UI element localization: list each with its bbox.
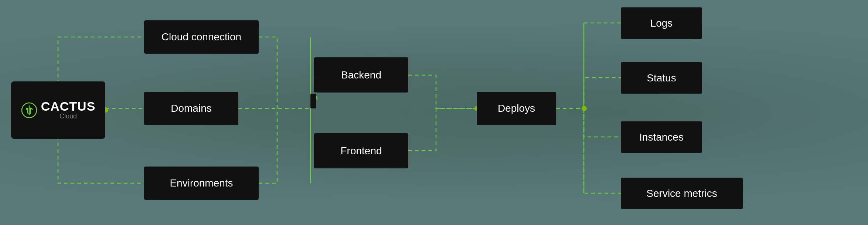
cactus-subtitle: Cloud [41, 113, 96, 121]
backend-label: Backend [341, 69, 381, 81]
node-cloud-connection[interactable]: Cloud connection [144, 20, 259, 54]
node-deploys[interactable]: Deploys [477, 92, 556, 125]
frontend-label: Frontend [340, 145, 382, 157]
cactus-title: CACTUS [41, 100, 96, 113]
instances-label: Instances [639, 131, 684, 143]
node-environments[interactable]: Environments [144, 167, 259, 200]
node-instances[interactable]: Instances [621, 121, 702, 153]
deploys-label: Deploys [498, 103, 535, 114]
diagram-container: .dashed-line { stroke: #6dcc44; stroke-w… [0, 0, 868, 225]
node-frontend[interactable]: Frontend [314, 133, 408, 168]
cloud-connection-label: Cloud connection [161, 31, 241, 43]
node-cactus[interactable]: CACTUS Cloud [11, 81, 105, 139]
service-metrics-label: Service metrics [646, 188, 717, 199]
node-logs[interactable]: Logs [621, 7, 702, 39]
logs-label: Logs [650, 17, 673, 29]
cactus-logo-icon [21, 102, 37, 118]
node-domains[interactable]: Domains [144, 92, 238, 125]
node-service-metrics[interactable]: Service metrics [621, 178, 743, 209]
status-label: Status [647, 72, 676, 84]
dot-branch-right [582, 106, 587, 111]
environments-label: Environments [170, 177, 233, 189]
junction-block [310, 94, 316, 108]
node-backend[interactable]: Backend [314, 57, 408, 93]
node-status[interactable]: Status [621, 62, 702, 94]
domains-label: Domains [171, 103, 211, 114]
